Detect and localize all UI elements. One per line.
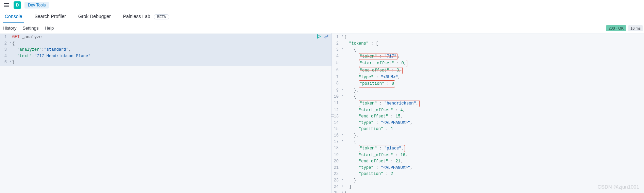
line-number: 5 [0,59,9,66]
line-number: 19 [332,152,341,159]
pane-dragger[interactable]: || [330,113,335,117]
tab-search-profiler[interactable]: Search Profiler [32,10,68,23]
toolbar-history[interactable]: History [3,26,16,31]
breadcrumb-devtools[interactable]: Dev Tools [24,2,49,9]
line-number: 9 [332,87,341,94]
tab-painless-label: Painless Lab [123,14,150,19]
menu-icon[interactable] [3,2,10,9]
line-number: 2 [332,41,341,47]
app-badge[interactable]: D [14,1,21,9]
editor-panes: 1 GET _analyze 2▾{ 3 "analyzer":"standar… [0,33,644,193]
line-number: 7 [332,74,341,81]
status-code: 200 - OK [606,25,626,31]
line-number: 4 [332,53,341,60]
line-number: 3 [0,47,9,53]
request-path: _analyze [22,34,42,41]
status-bar: 200 - OK 16 ms [606,23,644,33]
line-number: 4 [0,53,9,60]
tab-grok-debugger[interactable]: Grok Debugger [76,10,113,23]
line-number: 12 [332,107,341,114]
toolbar-settings[interactable]: Settings [22,26,38,31]
request-pane[interactable]: 1 GET _analyze 2▾{ 3 "analyzer":"standar… [0,33,332,193]
line-number: 17 [332,139,341,145]
line-number: 18 [332,145,341,152]
line-number: 22 [332,171,341,177]
http-method: GET [12,34,20,41]
tab-console[interactable]: Console [3,10,24,23]
line-number: 21 [332,165,341,171]
line-number: 14 [332,120,341,126]
line-number: 3 [332,47,341,53]
top-bar: D Dev Tools [0,0,644,10]
console-toolbar: History Settings Help [0,23,644,33]
toolbar-help[interactable]: Help [45,26,54,31]
line-number: 24 [332,184,341,190]
run-icon[interactable] [317,34,321,41]
wrench-icon[interactable] [324,34,329,41]
tab-bar: Console Search Profiler Grok Debugger Pa… [0,10,644,23]
line-number: 23 [332,177,341,184]
tab-painless-lab[interactable]: Painless Lab BETA [121,10,172,23]
line-number: 11 [332,100,341,107]
beta-badge: BETA [154,14,169,19]
line-number: 10 [332,94,341,100]
status-timing: 16 ms [628,25,643,31]
line-number: 20 [332,158,341,165]
line-number: 16 [332,132,341,139]
line-number: 6 [332,67,341,74]
line-number: 25 [332,190,341,193]
line-number: 5 [332,60,341,67]
line-number: 1 [0,34,9,41]
line-number: 2 [0,41,9,47]
line-number: 8 [332,80,341,87]
line-number: 1 [332,34,341,41]
line-number: 15 [332,126,341,132]
response-pane[interactable]: || 1▾{ 2 "tokens" : [ 3▾ { 4 "token" : "… [332,33,644,193]
